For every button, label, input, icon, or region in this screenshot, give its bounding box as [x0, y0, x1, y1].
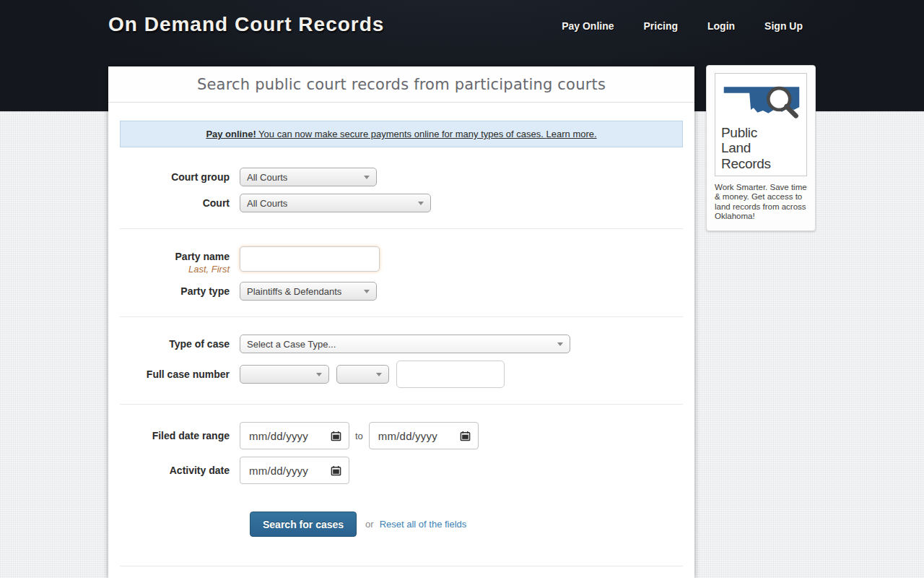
chevron-down-icon	[557, 342, 563, 346]
party-name-row: Party name Last, First	[108, 246, 694, 275]
filed-date-to-input[interactable]: mm/dd/yyyy	[369, 422, 479, 449]
chevron-down-icon	[418, 202, 424, 205]
case-type-label: Type of case	[108, 338, 240, 350]
court-row: Court All Courts	[108, 194, 694, 212]
activity-date-input[interactable]: mm/dd/yyyy	[240, 457, 349, 484]
form-actions-row: Search for cases or Reset all of the fie…	[108, 512, 694, 537]
nav-pricing[interactable]: Pricing	[644, 20, 678, 32]
case-type-select[interactable]: Select a Case Type...	[240, 335, 570, 353]
logo-line1: Public	[721, 125, 801, 140]
pay-online-banner: Pay online! You can now make secure paym…	[120, 121, 683, 147]
learn-more-link[interactable]: Learn more.	[546, 129, 597, 139]
chevron-down-icon	[376, 373, 382, 376]
court-selected-value: All Courts	[247, 198, 287, 209]
section-divider	[120, 316, 683, 317]
case-number-year-select[interactable]	[336, 365, 389, 384]
oklahoma-magnifier-icon	[721, 79, 802, 121]
filed-date-range-label: Filed date range	[108, 430, 240, 441]
court-select[interactable]: All Courts	[240, 194, 431, 212]
party-name-label-text: Party name	[108, 251, 230, 262]
case-type-row: Type of case Select a Case Type...	[108, 335, 694, 353]
public-land-records-widget[interactable]: Public Land Records Work Smarter. Save t…	[706, 65, 816, 231]
or-text: or	[365, 519, 374, 530]
nav-sign-up[interactable]: Sign Up	[764, 20, 803, 32]
party-type-selected-value: Plaintiffs & Defendants	[247, 286, 341, 297]
section-divider	[120, 566, 683, 566]
date-placeholder: mm/dd/yyyy	[249, 430, 331, 442]
calendar-icon[interactable]	[331, 431, 341, 441]
court-group-selected-value: All Courts	[247, 172, 287, 183]
logo-line2: Land Records	[721, 140, 801, 171]
nav-login[interactable]: Login	[707, 20, 735, 32]
party-name-input[interactable]	[240, 246, 380, 272]
date-placeholder: mm/dd/yyyy	[249, 465, 331, 477]
nav-pay-online[interactable]: Pay Online	[562, 20, 614, 32]
pay-online-link-text: You can now make secure payments online …	[256, 129, 546, 139]
page-title: Search public court records from partici…	[108, 66, 694, 103]
section-divider	[120, 404, 683, 405]
filed-date-range-row: Filed date range mm/dd/yyyy to mm/dd/yyy…	[108, 422, 694, 449]
pay-online-link[interactable]: Pay online! You can now make secure paym…	[206, 129, 596, 139]
party-type-select[interactable]: Plaintiffs & Defendants	[240, 282, 377, 301]
court-label: Court	[108, 197, 240, 209]
party-name-hint: Last, First	[108, 264, 230, 275]
activity-date-row: Activity date mm/dd/yyyy	[108, 457, 694, 484]
full-case-number-row: Full case number	[108, 361, 694, 388]
site-title: On Demand Court Records	[108, 13, 384, 36]
court-group-label: Court group	[108, 171, 240, 183]
chevron-down-icon	[316, 373, 322, 376]
widget-description: Work Smarter. Save time & money. Get acc…	[715, 183, 807, 222]
case-type-selected-value: Select a Case Type...	[247, 339, 336, 350]
full-case-number-label: Full case number	[108, 368, 240, 380]
activity-date-label: Activity date	[108, 465, 240, 476]
party-type-label: Party type	[108, 285, 240, 297]
date-range-separator: to	[355, 431, 363, 441]
public-land-records-logo[interactable]: Public Land Records	[715, 73, 807, 176]
chevron-down-icon	[364, 290, 370, 293]
logo-text: Public Land Records	[721, 125, 801, 171]
filed-date-from-input[interactable]: mm/dd/yyyy	[240, 422, 349, 449]
party-type-row: Party type Plaintiffs & Defendants	[108, 282, 694, 301]
chevron-down-icon	[364, 176, 370, 179]
search-panel: Search public court records from partici…	[108, 66, 694, 578]
pay-online-link-bold: Pay online!	[206, 129, 256, 139]
calendar-icon[interactable]	[460, 431, 471, 441]
calendar-icon[interactable]	[331, 465, 341, 476]
court-group-select[interactable]: All Courts	[240, 168, 377, 186]
date-placeholder: mm/dd/yyyy	[378, 430, 460, 442]
case-number-input[interactable]	[396, 361, 505, 388]
search-for-cases-button[interactable]: Search for cases	[250, 512, 357, 537]
reset-fields-link[interactable]: Reset all of the fields	[380, 519, 467, 530]
party-name-label: Party name Last, First	[108, 246, 240, 275]
section-divider	[120, 228, 683, 229]
main-nav: Pay Online Pricing Login Sign Up	[562, 20, 803, 32]
court-group-row: Court group All Courts	[108, 168, 694, 186]
case-number-prefix-select[interactable]	[240, 365, 329, 384]
